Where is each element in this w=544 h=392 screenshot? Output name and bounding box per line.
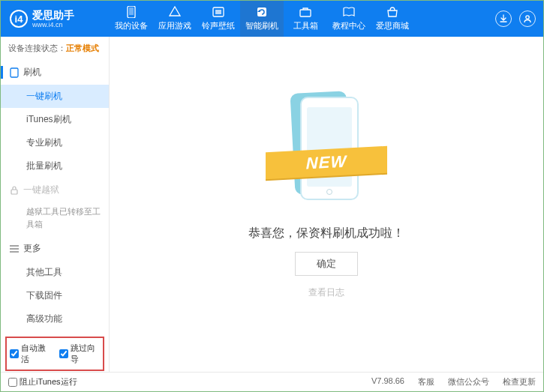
status-label: 设备连接状态： bbox=[8, 43, 66, 52]
logo: i4 爱思助手 www.i4.cn bbox=[1, 10, 110, 28]
nav-label: 铃声壁纸 bbox=[202, 20, 235, 31]
sidebar-item-advanced[interactable]: 高级功能 bbox=[1, 307, 109, 331]
phone-icon bbox=[125, 6, 138, 18]
nav-label: 应用游戏 bbox=[158, 20, 191, 31]
new-ribbon: NEW bbox=[266, 145, 387, 178]
nav-store[interactable]: 爱思商城 bbox=[371, 1, 414, 37]
download-button[interactable] bbox=[495, 10, 512, 27]
app-url: www.i4.cn bbox=[32, 22, 74, 28]
sidebar-item-itunes[interactable]: iTunes刷机 bbox=[1, 108, 109, 131]
checkbox-auto-activate[interactable]: 自动激活 bbox=[10, 343, 50, 365]
user-button[interactable] bbox=[519, 10, 536, 27]
nav-label: 教程中心 bbox=[332, 20, 365, 31]
header-right bbox=[495, 10, 543, 27]
body: 设备连接状态：正常模式 刷机 一键刷机 iTunes刷机 专业刷机 批量刷机 一… bbox=[1, 37, 543, 372]
svg-rect-3 bbox=[215, 10, 221, 14]
nav-label: 工具箱 bbox=[293, 20, 318, 31]
success-message: 恭喜您，保资料刷机成功啦！ bbox=[248, 226, 404, 241]
logo-badge: i4 bbox=[10, 10, 28, 28]
nav-tutorials[interactable]: 教程中心 bbox=[327, 1, 371, 37]
nav-tools[interactable]: 工具箱 bbox=[284, 1, 327, 37]
nav-my-device[interactable]: 我的设备 bbox=[110, 1, 153, 37]
svg-rect-1 bbox=[129, 7, 134, 15]
connection-status: 设备连接状态：正常模式 bbox=[1, 37, 109, 60]
toolbox-icon bbox=[299, 6, 312, 18]
status-value: 正常模式 bbox=[66, 43, 99, 52]
nav-label: 爱思商城 bbox=[376, 20, 409, 31]
wallpaper-icon bbox=[212, 6, 225, 18]
book-icon bbox=[342, 6, 356, 18]
nav-apps[interactable]: 应用游戏 bbox=[153, 1, 197, 37]
checkbox-label: 跳过向导 bbox=[71, 343, 100, 365]
apps-icon bbox=[168, 6, 182, 18]
svg-rect-7 bbox=[11, 68, 18, 77]
nav-label: 我的设备 bbox=[115, 20, 148, 31]
svg-rect-8 bbox=[11, 190, 17, 194]
sidebar-item-pro[interactable]: 专业刷机 bbox=[1, 131, 109, 154]
svg-rect-5 bbox=[300, 10, 311, 16]
checkbox-input[interactable] bbox=[8, 378, 17, 387]
section-label: 刷机 bbox=[23, 66, 41, 79]
header: i4 爱思助手 www.i4.cn 我的设备 应用游戏 铃声壁纸 智能刷机 bbox=[1, 1, 543, 37]
section-more[interactable]: 更多 bbox=[1, 236, 109, 261]
nav-flash[interactable]: 智能刷机 bbox=[240, 1, 284, 37]
footer: 阻止iTunes运行 V7.98.66 客服 微信公众号 检查更新 bbox=[1, 372, 543, 391]
phone-icon bbox=[10, 67, 19, 78]
checkbox-block-itunes[interactable]: 阻止iTunes运行 bbox=[8, 376, 77, 388]
phone-illustration: NEW bbox=[270, 88, 383, 208]
section-flash[interactable]: 刷机 bbox=[1, 60, 109, 85]
version-label: V7.98.66 bbox=[371, 376, 404, 388]
nav-label: 智能刷机 bbox=[245, 20, 278, 31]
sidebar-item-download-fw[interactable]: 下载固件 bbox=[1, 284, 109, 307]
nav-ringtones[interactable]: 铃声壁纸 bbox=[197, 1, 240, 37]
view-log-link[interactable]: 查看日志 bbox=[308, 286, 344, 299]
customer-service-link[interactable]: 客服 bbox=[418, 376, 434, 388]
wechat-link[interactable]: 微信公众号 bbox=[448, 376, 489, 388]
flash-icon bbox=[255, 6, 269, 18]
ok-button[interactable]: 确定 bbox=[295, 252, 358, 276]
jailbreak-label: 一键越狱 bbox=[23, 184, 59, 196]
store-icon bbox=[386, 6, 399, 18]
main-content: NEW 恭喜您，保资料刷机成功啦！ 确定 查看日志 bbox=[110, 37, 543, 372]
jailbreak-note: 越狱工具已转移至工具箱 bbox=[1, 202, 109, 236]
lock-icon bbox=[10, 186, 19, 195]
sidebar-item-oneclick[interactable]: 一键刷机 bbox=[1, 85, 109, 108]
sidebar-item-other-tools[interactable]: 其他工具 bbox=[1, 261, 109, 284]
section-jailbreak: 一键越狱 bbox=[1, 178, 109, 202]
checkbox-label: 自动激活 bbox=[21, 343, 50, 365]
checkbox-group: 自动激活 跳过向导 bbox=[5, 337, 104, 371]
checkbox-input[interactable] bbox=[10, 349, 19, 358]
checkbox-skip-guide[interactable]: 跳过向导 bbox=[59, 343, 100, 365]
checkbox-label: 阻止iTunes运行 bbox=[20, 376, 77, 388]
app-title: 爱思助手 bbox=[32, 10, 74, 20]
app-window: 📌 ≡ — ▢ ✕ i4 爱思助手 www.i4.cn 我的设备 应用游戏 铃 bbox=[0, 0, 544, 392]
top-nav: 我的设备 应用游戏 铃声壁纸 智能刷机 工具箱 教程中心 bbox=[110, 1, 495, 37]
hamburger-icon bbox=[10, 245, 19, 253]
checkbox-input[interactable] bbox=[59, 349, 68, 358]
section-label: 更多 bbox=[23, 242, 41, 255]
svg-point-6 bbox=[526, 16, 529, 19]
check-update-link[interactable]: 检查更新 bbox=[503, 376, 536, 388]
sidebar: 设备连接状态：正常模式 刷机 一键刷机 iTunes刷机 专业刷机 批量刷机 一… bbox=[1, 37, 110, 372]
sidebar-item-batch[interactable]: 批量刷机 bbox=[1, 154, 109, 178]
